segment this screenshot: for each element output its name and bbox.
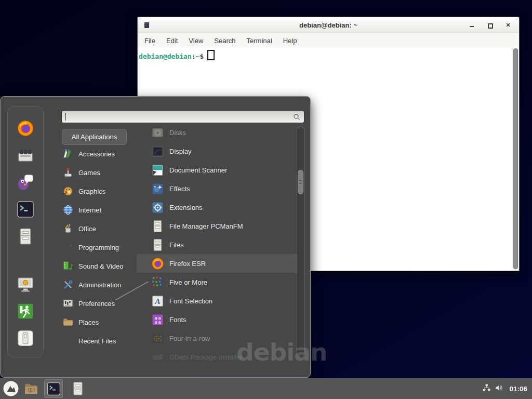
app-label: Extensions [169,204,203,211]
category-item-preferences[interactable]: Preferences [62,294,137,313]
category-label: Graphics [78,188,105,195]
places-icon [62,316,74,328]
window-controls: ✕ [468,21,512,29]
fonts-icon: a aa a [151,313,164,326]
terminal-menu-file[interactable]: File [143,36,157,46]
category-item-sound-video[interactable]: Sound & Video [62,257,137,275]
firefox-icon [17,119,34,137]
category-item-accessories[interactable]: Accessories [62,144,137,163]
svg-text:a a: a a [155,320,161,325]
terminal-icon [47,382,61,396]
category-label: Preferences [78,300,115,308]
terminal-titlebar[interactable]: debian@debian: ~ ✕ [138,17,519,33]
app-item-fonts[interactable]: a aa aFonts [137,310,298,329]
category-label: Accessories [78,150,115,158]
favorite-terminal[interactable] [17,201,34,218]
app-item-font-selection[interactable]: AFont Selection [137,291,298,310]
app-item-four-in-a-row[interactable]: Four-in-a-row [137,329,298,348]
menu-scrollbar[interactable] [297,126,304,358]
category-label: Places [78,318,99,326]
category-item-internet[interactable]: Internet [62,201,137,219]
favorite-synaptic[interactable] [17,147,34,164]
app-item-five-or-more[interactable]: Five or More [137,273,298,291]
favorite-firefox[interactable] [17,119,34,137]
taskbar-menu-button[interactable] [2,380,20,397]
app-label: Four-in-a-row [169,335,210,342]
category-label: Administration [78,281,121,289]
programming-icon [62,242,74,253]
prompt-symbol: $ [200,52,204,60]
app-item-effects[interactable]: Effects [137,179,298,198]
terminal-menu-terminal[interactable]: Terminal [245,36,274,46]
text-caret [65,113,66,121]
office-icon [62,223,74,234]
app-item-gdebi-package-installer[interactable]: GDebi Package Installer [137,348,298,366]
font-selection-icon: A [151,295,164,308]
sound-video-icon [62,260,74,272]
minimize-button[interactable] [468,21,475,29]
terminal-icon [17,201,34,218]
favorite-file-cabinet[interactable] [17,228,34,245]
app-item-files[interactable]: Files [137,235,298,254]
app-item-document-scanner[interactable]: Document Scanner [137,161,298,179]
gdebi-icon [151,351,164,364]
category-item-graphics[interactable]: Graphics [62,182,137,201]
synaptic-icon [17,147,34,164]
prompt-user-host: debian@debian [139,52,192,60]
terminal-scrollbar[interactable] [512,48,519,271]
taskbar: [D] 01:06 [0,378,532,399]
category-item-games[interactable]: Games [62,163,137,182]
maximize-button[interactable] [486,21,494,29]
category-item-office[interactable]: Office [62,219,137,238]
category-item-administration[interactable]: Administration [62,275,137,294]
file-manager-icon [151,220,164,233]
category-label: Internet [78,206,101,214]
graphics-icon [62,185,74,197]
tray-network-button[interactable] [482,383,491,394]
menu-icon [3,380,19,397]
app-item-file-manager-pcmanfm[interactable]: File Manager PCManFM [137,217,298,235]
terminal-scrollbar-thumb[interactable] [513,48,518,269]
search-input[interactable] [62,111,304,123]
shutdown-icon [17,329,34,347]
terminal-menu-help[interactable]: Help [282,36,299,46]
all-applications-button[interactable]: All Applications [62,129,127,145]
terminal-menu-edit[interactable]: Edit [165,36,179,46]
category-item-programming[interactable]: Programming [62,238,137,257]
app-item-disks[interactable]: Disks [137,123,298,142]
lock-screen-icon [17,275,34,293]
category-label: Games [78,169,100,177]
menu-scrollbar-thumb[interactable] [298,170,303,194]
scrollbar-grip-icon [299,179,302,185]
tray-icons [482,383,503,394]
terminal-menu-search[interactable]: Search [212,36,237,46]
app-item-extensions[interactable]: Extensions [137,198,298,217]
close-button[interactable]: ✕ [504,21,512,29]
category-item-recent-files[interactable]: Recent Files [62,331,137,350]
file-cabinet-icon [71,381,85,396]
favorites-sidebar [7,107,44,357]
terminal-menubar: FileEditViewSearchTerminalHelp [138,33,519,48]
applications-list: DisksDisplayDocument ScannerEffectsExten… [137,123,298,366]
app-item-display[interactable]: Display [137,142,298,161]
taskbar-clock[interactable]: 01:06 [509,385,527,393]
favorite-pidgin[interactable] [17,174,34,191]
network-icon [482,383,491,392]
terminal-menu-view[interactable]: View [187,36,205,46]
lock-screen-button[interactable] [17,275,34,293]
firefox-icon [151,257,164,270]
svg-text:[D]: [D] [27,388,35,393]
administration-icon [62,279,74,290]
taskbar-file-cabinet-button[interactable] [69,380,87,397]
tray-volume-button[interactable] [495,383,503,394]
taskbar-terminal-button[interactable] [44,379,63,398]
file-manager-folder-icon: [D] [23,381,39,396]
app-label: Files [169,241,183,249]
logout-button[interactable] [17,302,34,320]
shutdown-button[interactable] [17,329,34,347]
taskbar-file-manager-folder-button[interactable]: [D] [22,380,40,397]
files-icon [151,238,164,251]
category-item-places[interactable]: Places [62,313,137,331]
app-item-firefox-esr[interactable]: Firefox ESR [137,254,298,273]
display-icon [151,145,164,158]
